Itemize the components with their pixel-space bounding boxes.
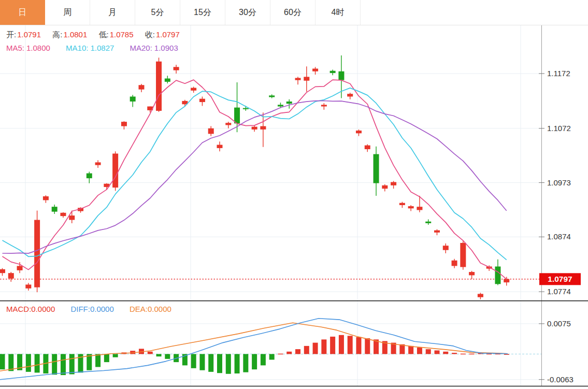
tab-5min[interactable]: 5分 xyxy=(135,0,180,25)
y-axis-tick-label: 1.0973 xyxy=(547,178,571,187)
macd-grid xyxy=(0,301,541,386)
macd-bar xyxy=(235,354,240,374)
ma5-label: MA5: xyxy=(6,44,24,52)
macd-bar xyxy=(61,354,66,376)
tab-day[interactable]: 日 xyxy=(0,0,45,25)
diff-value: 0.0000 xyxy=(90,305,114,313)
candle-body xyxy=(52,207,58,212)
candle-body xyxy=(60,213,66,216)
candle-body xyxy=(121,122,127,126)
y-axis-tick-label: 0.0075 xyxy=(547,319,571,328)
macd-bar xyxy=(269,354,275,360)
macd-bar xyxy=(435,350,440,354)
high-value: 1.0801 xyxy=(63,30,87,39)
open-label: 开: xyxy=(6,30,16,39)
candle-body xyxy=(112,153,118,188)
macd-value: 0.0000 xyxy=(31,305,55,313)
tab-week[interactable]: 周 xyxy=(45,0,90,25)
macd-bar xyxy=(243,354,248,372)
macd-bar xyxy=(365,338,370,354)
macd-histogram xyxy=(0,335,509,375)
candle-body xyxy=(278,105,283,106)
candle-body xyxy=(312,68,318,71)
tab-month[interactable]: 月 xyxy=(90,0,135,25)
candle-body xyxy=(43,196,49,200)
ma10-line xyxy=(3,88,507,260)
macd-bar xyxy=(148,352,153,354)
candle-body xyxy=(347,94,353,96)
high-label: 高: xyxy=(52,30,62,39)
candle-body xyxy=(8,273,14,279)
macd-bar xyxy=(304,346,309,354)
candle-body xyxy=(208,128,214,134)
macd-bar xyxy=(295,349,300,354)
candles xyxy=(0,55,509,299)
macd-bar xyxy=(104,354,109,363)
candle-body xyxy=(243,108,249,109)
y-axis-tick-label: 1.1172 xyxy=(547,69,570,78)
candle-body xyxy=(452,261,457,266)
candle-body xyxy=(260,126,266,129)
candle-body xyxy=(225,123,231,125)
candle-body xyxy=(34,220,40,287)
candle-body xyxy=(365,146,370,149)
ma10-label: MA10: xyxy=(66,44,88,52)
candle-body xyxy=(234,108,240,124)
macd-chart[interactable]: 0.0075-0.0063 xyxy=(0,301,588,389)
candle-body xyxy=(495,266,500,284)
tab-30min[interactable]: 30分 xyxy=(225,0,270,25)
candle-body xyxy=(87,174,92,179)
candle-body xyxy=(443,246,449,250)
macd-bar xyxy=(252,354,257,370)
macd-bar xyxy=(417,348,422,354)
candle-body xyxy=(321,105,327,106)
tab-60min[interactable]: 60分 xyxy=(270,0,315,25)
candlestick-chart[interactable]: 1.11721.10721.09731.08741.07741.0797 xyxy=(0,25,588,301)
dea-label: DEA: xyxy=(130,305,148,313)
macd-bar xyxy=(165,354,170,359)
y-axis-tick-label: 1.1072 xyxy=(547,124,571,133)
close-value: 1.0797 xyxy=(156,30,180,39)
tab-15min[interactable]: 15分 xyxy=(180,0,225,25)
candle-body xyxy=(286,102,292,104)
macd-bar xyxy=(356,337,361,354)
macd-bar xyxy=(191,354,196,368)
macd-bar xyxy=(504,354,509,355)
trading-chart-app: { "tab_bar": { "tabs": [ {"id":"day","la… xyxy=(0,0,588,389)
open-value: 1.0791 xyxy=(17,30,41,39)
candle-body xyxy=(217,145,223,148)
low-label: 低: xyxy=(98,30,108,39)
candle-body xyxy=(356,131,362,133)
diff-label: DIFF: xyxy=(70,305,90,313)
macd-bar xyxy=(278,354,283,355)
main-grid xyxy=(0,25,541,301)
ma20-value: 1.0903 xyxy=(154,44,178,52)
y-axis-tick-label: 1.0874 xyxy=(547,232,571,241)
macd-bar xyxy=(348,336,353,354)
candle-body xyxy=(408,206,414,208)
candle-body xyxy=(338,71,344,80)
candle-body xyxy=(478,294,483,297)
tab-4hour[interactable]: 4时 xyxy=(315,0,361,25)
macd-bar xyxy=(452,353,457,354)
macd-bar xyxy=(0,354,5,370)
macd-bar xyxy=(69,354,75,374)
macd-bar xyxy=(156,354,162,357)
candle-body xyxy=(460,243,466,267)
y-axis-tick-label: -0.0063 xyxy=(547,375,573,384)
close-label: 收: xyxy=(145,30,155,39)
macd-bar xyxy=(52,354,57,375)
candle-body xyxy=(269,95,275,97)
macd-bar xyxy=(469,354,475,355)
macd-bar xyxy=(261,354,266,366)
candle-body xyxy=(382,185,388,189)
candle-body xyxy=(374,154,379,183)
last-price-tag-text: 1.0797 xyxy=(548,275,572,283)
macd-bar xyxy=(226,354,231,374)
macd-axis-labels: 0.0075-0.0063 xyxy=(539,319,573,384)
macd-bar xyxy=(217,354,222,373)
candle-body xyxy=(391,182,396,185)
candle-body xyxy=(417,207,422,210)
candle-body xyxy=(330,71,336,73)
macd-bar xyxy=(330,337,335,354)
